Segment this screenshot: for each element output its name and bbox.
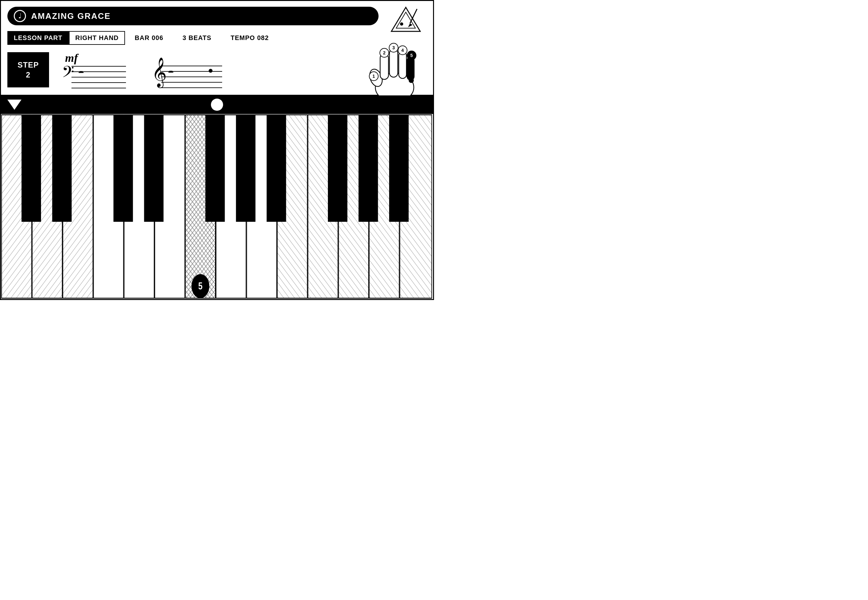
- svg-text:5: 5: [410, 53, 413, 58]
- svg-rect-45: [205, 115, 225, 221]
- svg-marker-3: [408, 23, 412, 27]
- svg-rect-46: [236, 115, 255, 221]
- hand-diagram: 1 2 3 4 5: [363, 33, 427, 103]
- treble-line-5: [161, 88, 222, 88]
- hand-svg: 1 2 3 4 5: [363, 33, 427, 103]
- svg-rect-47: [267, 115, 286, 221]
- position-indicator: [211, 98, 223, 111]
- main-container: ♩ AMAZING GRACE LESSON PART RIGHT HAND B…: [0, 0, 434, 300]
- step-number: 2: [26, 70, 30, 80]
- middle-bar: [1, 95, 433, 114]
- svg-text:3: 3: [392, 45, 395, 50]
- beats-info: 3 BEATS: [173, 32, 221, 44]
- logo-area: [385, 4, 427, 36]
- treble-staff-container: 𝄞 𝄼: [152, 52, 222, 88]
- song-title: AMAZING GRACE: [31, 11, 111, 21]
- staff-line-5: [71, 88, 126, 88]
- treble-staff: 𝄞 𝄼: [152, 66, 222, 88]
- svg-text:4: 4: [401, 48, 404, 53]
- svg-rect-41: [22, 115, 41, 221]
- bass-staff-lines: [71, 66, 126, 88]
- svg-text:1: 1: [372, 74, 375, 79]
- svg-rect-8: [389, 49, 398, 77]
- lesson-part-label: LESSON PART: [8, 31, 69, 45]
- svg-rect-10: [407, 57, 414, 80]
- piano-svg: 5: [1, 114, 433, 299]
- bar-info: BAR 006: [125, 32, 173, 44]
- content-area: STEP 2 mf 𝄢: [8, 51, 427, 92]
- svg-point-21: [409, 78, 414, 83]
- svg-rect-42: [52, 115, 71, 221]
- staff-line-4: [71, 82, 126, 83]
- svg-point-4: [400, 23, 403, 26]
- note-symbol: ♩: [18, 12, 21, 20]
- svg-rect-43: [114, 115, 133, 221]
- treble-line-2: [161, 71, 222, 72]
- svg-rect-44: [144, 115, 163, 221]
- treble-staff-lines: [161, 66, 222, 88]
- top-section: ♩ AMAZING GRACE LESSON PART RIGHT HAND B…: [1, 1, 433, 95]
- svg-text:2: 2: [383, 50, 386, 55]
- treble-line-4: [161, 82, 222, 83]
- svg-rect-50: [389, 115, 409, 221]
- tempo-info: TEMPO 082: [221, 32, 278, 44]
- title-bar: ♩ AMAZING GRACE: [8, 7, 379, 25]
- svg-rect-48: [328, 115, 347, 221]
- svg-marker-1: [396, 12, 415, 28]
- staff-line-1: [71, 66, 126, 67]
- svg-rect-49: [359, 115, 378, 221]
- svg-rect-9: [399, 52, 406, 79]
- treble-line-3: [161, 77, 222, 77]
- step-box: STEP 2: [8, 52, 49, 88]
- piano-section: 5: [1, 114, 433, 299]
- right-hand-label: RIGHT HAND: [69, 31, 125, 45]
- treble-line-1: [161, 66, 222, 66]
- bass-staff-container: mf 𝄢 𝄼: [62, 51, 126, 88]
- down-arrow-icon: [8, 100, 21, 110]
- staff-line-3: [71, 77, 126, 77]
- step-label: STEP: [18, 60, 39, 70]
- music-note-icon: ♩: [14, 10, 26, 22]
- note-on-staff: [209, 69, 213, 73]
- dynamic-marking: mf: [65, 51, 78, 65]
- staff-line-2: [71, 71, 126, 72]
- logo-svg: [385, 4, 427, 36]
- svg-text:5: 5: [198, 280, 202, 292]
- bass-staff: 𝄢 𝄼: [62, 66, 126, 88]
